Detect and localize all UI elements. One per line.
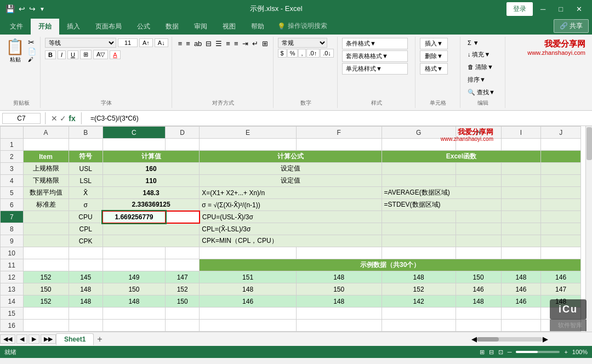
cell-d15[interactable] [166,308,200,320]
fill-color-button[interactable]: A▽ [93,50,108,59]
format-painter-button[interactable]: 🖌 [28,56,36,62]
cell-b11[interactable] [69,259,103,271]
copy-button[interactable]: 📄 [28,48,36,55]
italic-button[interactable]: I [58,50,66,59]
sum-button[interactable]: Σ ▼ [465,38,482,48]
horizontal-scrollbar-thumb[interactable] [477,337,499,342]
cell-h16[interactable] [456,320,501,332]
cell-h12[interactable]: 150 [456,271,501,283]
cell-e11[interactable]: 示例数据（共30个） [200,259,581,271]
cell-g7[interactable] [382,211,456,223]
fill-button[interactable]: ↓ 填充▼ [465,49,493,60]
cell-a5[interactable]: 数据平均值 [23,187,69,199]
sort-filter-button[interactable]: 排序▼ [465,74,488,86]
cell-f16[interactable] [296,320,382,332]
cell-a14[interactable]: 152 [23,295,69,308]
cell-c14[interactable]: 148 [103,295,165,308]
zoom-in-button[interactable]: + [564,349,567,355]
cell-b8[interactable]: CPL [69,223,103,235]
align-left-button[interactable]: ☰ [214,38,224,49]
tab-home[interactable]: 开始 [31,18,59,35]
cell-a9[interactable] [23,235,69,247]
cell-h14[interactable]: 148 [456,295,501,308]
cell-f13[interactable]: 150 [296,283,382,295]
tab-file[interactable]: 文件 [2,18,31,35]
col-header-e[interactable]: E [200,127,297,139]
cell-j5[interactable] [541,187,581,199]
paste-button[interactable]: 📋 [5,38,25,56]
cell-b2[interactable]: 符号 [69,151,103,163]
add-sheet-button[interactable]: + [94,334,105,344]
scroll-area-right-button[interactable]: ▶ [543,335,548,343]
currency-button[interactable]: $ [278,49,287,58]
cell-b5[interactable]: X̄ [69,187,103,199]
confirm-formula-icon[interactable]: ✓ [60,114,66,123]
increase-decimal-button[interactable]: .0↑ [306,49,320,58]
cell-e1[interactable] [200,139,297,151]
clear-button[interactable]: 🗑 清除▼ [465,61,496,73]
sheet-scroll-right-button[interactable]: ▶▶ [41,334,56,344]
cell-c12[interactable]: 149 [103,271,165,283]
wrap-button[interactable]: ↵ [251,38,260,49]
cell-c8[interactable] [103,223,199,235]
redo-icon[interactable]: ↪ [28,3,37,14]
cell-g10[interactable] [382,247,456,259]
cell-c16[interactable] [103,320,165,332]
cell-b16[interactable] [69,320,103,332]
cell-e6[interactable]: σ = √(Σ(Xi-X̄)²/(n-1)) [200,199,382,211]
merge-button[interactable]: ⊟ [204,38,213,49]
dropdown-icon[interactable]: ▼ [38,5,46,13]
cell-c7[interactable]: 1.669256779 [103,211,165,223]
cell-e14[interactable]: 146 [200,295,297,308]
cell-b6[interactable]: σ [69,199,103,211]
cell-d12[interactable]: 147 [166,271,200,283]
cell-style-button[interactable]: 单元格样式▼ [342,63,408,75]
cell-c6[interactable]: 2.336369125 [103,199,199,211]
cell-e2[interactable]: 计算公式 [200,151,382,163]
increase-font-button[interactable]: A↑ [139,38,153,47]
cell-g4[interactable] [382,175,456,187]
cell-f15[interactable] [296,308,382,320]
cell-e8[interactable]: CPL=(X̄-LSL)/3σ [200,223,382,235]
row-header-8[interactable]: 8 [1,223,24,235]
tab-formulas[interactable]: 公式 [129,18,158,35]
bold-button[interactable]: B [45,50,56,59]
row-header-14[interactable]: 14 [1,295,24,308]
cell-c15[interactable] [103,308,165,320]
comma-button[interactable]: , [298,49,305,58]
row-header-10[interactable]: 10 [1,247,24,259]
font-size-input[interactable] [118,38,138,47]
table-format-button[interactable]: 套用表格格式▼ [342,50,408,62]
cell-a7[interactable] [23,211,69,223]
cell-h7[interactable] [456,211,501,223]
col-header-i[interactable]: I [501,127,541,139]
row-header-6[interactable]: 6 [1,199,24,211]
row-header-4[interactable]: 4 [1,175,24,187]
cell-i14[interactable]: 146 [501,295,541,308]
sheet-scroll-left-button[interactable]: ◀◀ [0,334,15,344]
row-header-3[interactable]: 3 [1,163,24,175]
cell-j13[interactable]: 147 [541,283,581,295]
row-header-12[interactable]: 12 [1,271,24,283]
cell-g6[interactable]: =STDEV(数据区域) [382,199,501,211]
cell-a8[interactable] [23,223,69,235]
cell-c1[interactable] [103,139,165,151]
cell-j10[interactable] [541,247,581,259]
cell-f14[interactable]: 148 [296,295,382,308]
cell-d11[interactable] [166,259,200,271]
cell-f1[interactable] [296,139,382,151]
cell-j2[interactable] [541,151,581,163]
cell-e5[interactable]: X=(X1+ X2+...+ Xn)/n [200,187,382,199]
cell-a13[interactable]: 150 [23,283,69,295]
insert-button[interactable]: 插入▼ [420,38,448,49]
cell-h4[interactable] [456,175,501,187]
merge-center-button[interactable]: ⊞ [260,38,270,49]
cell-c9[interactable] [103,235,199,247]
cell-b14[interactable]: 148 [69,295,103,308]
view-layout-icon[interactable]: ⊟ [489,349,494,356]
cell-f10[interactable] [296,247,382,259]
percent-button[interactable]: % [287,49,298,58]
scrollbar-thumb[interactable] [587,127,592,160]
cell-i6[interactable] [501,199,541,211]
cell-c3[interactable]: 160 [103,163,199,175]
